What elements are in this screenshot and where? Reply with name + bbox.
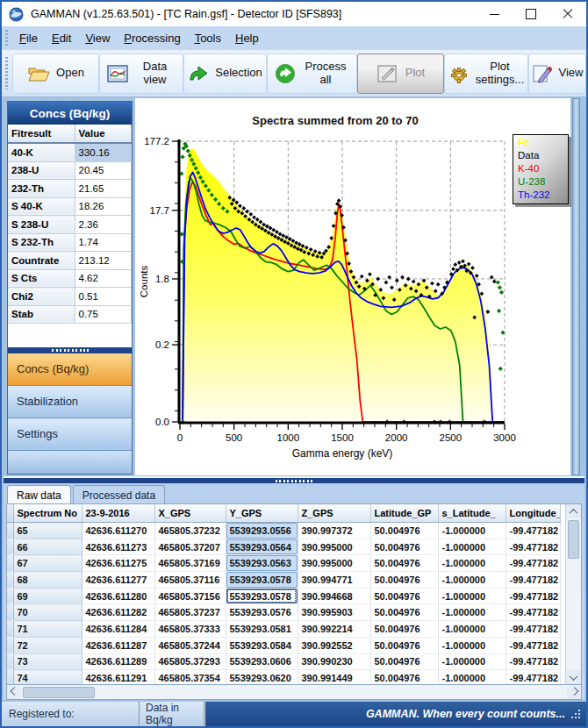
column-header[interactable]: X_GPS	[154, 504, 226, 523]
time-cell[interactable]: 42636.611275	[82, 555, 154, 572]
s-latitude-cell[interactable]: -1.000000	[438, 523, 506, 539]
spectrum-no-cell[interactable]: 74	[13, 670, 82, 684]
tab-processed-data[interactable]: Processed data	[73, 485, 165, 503]
fitresult-row[interactable]: 40-K 330.16	[8, 143, 132, 161]
s-latitude-cell[interactable]: -1.000000	[438, 653, 506, 670]
spectrum-no-cell[interactable]: 66	[13, 539, 82, 555]
fitresult-value[interactable]: 21.65	[75, 180, 132, 198]
spectrum-no-cell[interactable]: 72	[13, 637, 82, 653]
longitude-cell[interactable]: -99.477182	[506, 539, 560, 555]
close-button[interactable]	[549, 2, 586, 26]
time-cell[interactable]: 42636.611277	[82, 572, 154, 589]
s-latitude-cell[interactable]: -1.000000	[438, 572, 506, 589]
time-cell[interactable]: 42636.611270	[82, 523, 154, 539]
y-gps-cell[interactable]: 5539293.0556	[226, 523, 298, 539]
table-row[interactable]: 67 42636.611275 465805.37169 5539293.056…	[7, 555, 560, 572]
fitresult-value[interactable]: 2.36	[75, 216, 132, 234]
time-cell[interactable]: 42636.611282	[82, 604, 154, 621]
s-latitude-cell[interactable]: -1.000000	[438, 539, 506, 555]
x-gps-cell[interactable]: 465805.37354	[154, 670, 226, 684]
maximize-button[interactable]	[513, 2, 549, 26]
x-gps-cell[interactable]: 465805.37116	[154, 572, 226, 589]
column-header[interactable]: Spectrum No	[13, 504, 82, 523]
main-splitter-grip[interactable]	[276, 480, 312, 482]
fitresult-value[interactable]: 20.45	[75, 161, 132, 180]
horizontal-scrollbar[interactable]	[6, 685, 582, 700]
column-header[interactable]: Longitude_	[506, 504, 560, 523]
longitude-cell[interactable]: -99.477182	[506, 555, 560, 572]
latitude-cell[interactable]: 50.004976	[370, 653, 438, 670]
vertical-scrollbar[interactable]	[565, 504, 581, 684]
z-gps-cell[interactable]: 390.990230	[298, 653, 370, 670]
spectrum-no-cell[interactable]: 70	[13, 604, 82, 621]
menu-item[interactable]: View	[78, 28, 117, 48]
vertical-scroll-thumb[interactable]	[568, 520, 579, 559]
z-gps-cell[interactable]: 390.992552	[298, 637, 370, 653]
time-cell[interactable]: 42636.611289	[82, 653, 154, 670]
plot-button[interactable]: Plot	[357, 54, 444, 94]
fitresult-value[interactable]: 1.74	[75, 233, 132, 252]
view-button[interactable]: View	[528, 54, 586, 94]
z-gps-cell[interactable]: 390.995000	[298, 555, 370, 572]
fitresult-value[interactable]: 0.51	[75, 288, 132, 306]
column-header[interactable]: Y_GPS	[226, 504, 298, 523]
resize-grip-icon[interactable]	[570, 709, 581, 719]
spectrum-no-cell[interactable]: 69	[13, 588, 82, 604]
longitude-cell[interactable]: -99.477182	[506, 637, 560, 653]
menu-item[interactable]: File	[12, 28, 45, 48]
y-gps-cell[interactable]: 5539293.0576	[226, 604, 298, 621]
spectrum-no-cell[interactable]: 68	[13, 572, 82, 589]
table-row[interactable]: 66 42636.611273 465805.37207 5539293.056…	[7, 539, 560, 555]
toolbar-grip[interactable]	[5, 57, 8, 89]
time-cell[interactable]: 42636.611284	[82, 621, 154, 638]
column-header[interactable]: Latitude_GP	[370, 504, 438, 523]
z-gps-cell[interactable]: 390.992214	[298, 621, 370, 638]
tab-raw-data[interactable]: Raw data	[7, 485, 71, 503]
plot-settings-button[interactable]: Plot settings...	[444, 54, 528, 94]
menu-item[interactable]: Processing	[117, 28, 187, 48]
nav-concs-button[interactable]: Concs (Bq/kg)	[8, 353, 132, 386]
y-gps-cell[interactable]: 5539293.0564	[226, 539, 298, 555]
table-row[interactable]: 74 42636.611291 465805.37354 5539293.062…	[7, 670, 560, 684]
column-header[interactable]: s_Latitude_	[438, 504, 506, 523]
y-gps-cell[interactable]: 5539293.0563	[226, 555, 298, 572]
column-header[interactable]: Z_GPS	[298, 504, 370, 523]
z-gps-cell[interactable]: 390.994668	[298, 588, 370, 604]
table-row[interactable]: 65 42636.611270 465805.37232 5539293.055…	[7, 523, 560, 539]
spectrum-no-cell[interactable]: 65	[13, 523, 82, 539]
y-gps-cell[interactable]: 5539293.0584	[226, 637, 298, 653]
data-view-button[interactable]: Data view	[99, 54, 183, 94]
table-row[interactable]: 72 42636.611287 465805.37244 5539293.058…	[7, 637, 560, 653]
latitude-cell[interactable]: 50.004976	[370, 588, 438, 604]
nav-splitter-grip[interactable]	[52, 349, 89, 352]
latitude-cell[interactable]: 50.004976	[370, 539, 438, 555]
table-row[interactable]: 73 42636.611289 465805.37293 5539293.060…	[7, 653, 560, 670]
column-header[interactable]: 23-9-2016	[82, 504, 154, 523]
fitresult-row[interactable]: Countrate 213.12	[8, 252, 132, 270]
fitresult-row[interactable]: S Cts 4.62	[8, 269, 132, 288]
fitresult-row[interactable]: S 40-K 18.26	[8, 197, 132, 216]
fitresult-value[interactable]: 0.75	[75, 305, 132, 324]
y-gps-cell[interactable]: 5539293.0578	[226, 572, 298, 589]
fitresult-row[interactable]: Stab 0.75	[8, 305, 132, 324]
table-row[interactable]: 68 42636.611277 465805.37116 5539293.057…	[7, 572, 560, 589]
time-cell[interactable]: 42636.611280	[82, 588, 154, 604]
spectrum-no-cell[interactable]: 67	[13, 555, 82, 572]
longitude-cell[interactable]: -99.477182	[506, 653, 560, 670]
longitude-cell[interactable]: -99.477182	[506, 604, 560, 621]
selection-button[interactable]: Selection	[183, 54, 267, 94]
fitresult-value[interactable]: 4.62	[75, 269, 132, 288]
spectrum-no-cell[interactable]: 73	[13, 653, 82, 670]
time-cell[interactable]: 42636.611287	[82, 637, 154, 653]
longitude-cell[interactable]: -99.477182	[506, 670, 560, 684]
z-gps-cell[interactable]: 390.995000	[298, 539, 370, 555]
latitude-cell[interactable]: 50.004976	[370, 637, 438, 653]
latitude-cell[interactable]: 50.004976	[370, 621, 438, 638]
latitude-cell[interactable]: 50.004976	[370, 555, 438, 572]
nav-splitter[interactable]	[8, 347, 132, 353]
table-row[interactable]: 71 42636.611284 465805.37333 5539293.058…	[7, 621, 560, 638]
s-latitude-cell[interactable]: -1.000000	[438, 637, 506, 653]
menu-item[interactable]: Edit	[45, 28, 78, 48]
s-latitude-cell[interactable]: -1.000000	[438, 621, 506, 638]
latitude-cell[interactable]: 50.004976	[370, 604, 438, 621]
